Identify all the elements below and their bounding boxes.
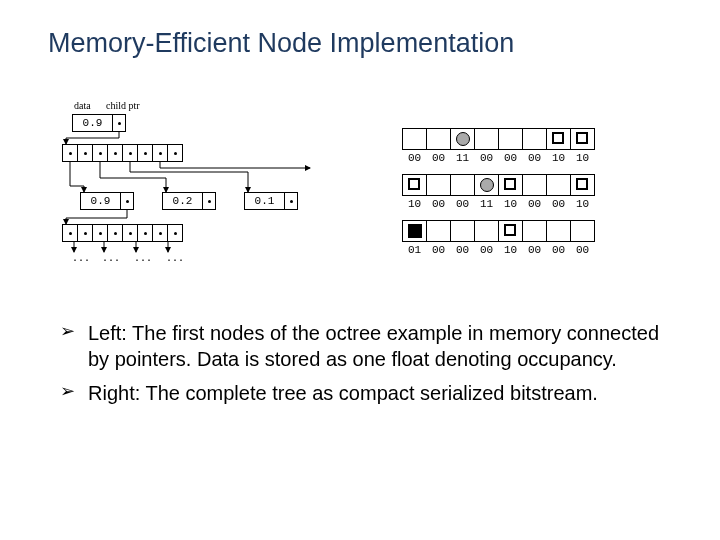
bitstream-bits: 00 bbox=[426, 198, 451, 210]
circle-gray-icon bbox=[456, 132, 470, 146]
bitstream-cell bbox=[570, 220, 595, 242]
bitstream-bits: 10 bbox=[570, 152, 595, 164]
bitstream-bits: 00 bbox=[474, 244, 499, 256]
slide-title: Memory-Efficient Node Implementation bbox=[48, 28, 514, 59]
square-outline-icon bbox=[504, 178, 516, 190]
bitstream-bits: 00 bbox=[570, 244, 595, 256]
ellipsis-4: ... bbox=[166, 252, 184, 263]
node2b-ptr bbox=[202, 192, 216, 210]
bitstream-cell bbox=[546, 220, 571, 242]
bitstream-cell bbox=[402, 220, 427, 242]
bitstream-cell bbox=[522, 220, 547, 242]
square-outline-icon bbox=[576, 132, 588, 144]
ellipsis-2: ... bbox=[102, 252, 120, 263]
bitstream-cell bbox=[498, 128, 523, 150]
node1-ptr bbox=[112, 114, 126, 132]
bitstream-bits: 00 bbox=[522, 152, 547, 164]
bullet-list: Left: The first nodes of the octree exam… bbox=[60, 320, 660, 414]
bitstream-cell bbox=[450, 174, 475, 196]
bitstream-cell bbox=[474, 220, 499, 242]
bitstream-bits: 00 bbox=[426, 244, 451, 256]
bitstream-bits: 00 bbox=[546, 244, 571, 256]
bitstream-bits: 10 bbox=[570, 198, 595, 210]
label-data: data bbox=[74, 100, 91, 111]
bitstream-bits: 10 bbox=[498, 244, 523, 256]
square-outline-icon bbox=[552, 132, 564, 144]
bitstream-cell bbox=[474, 174, 499, 196]
bitstream-cell bbox=[498, 174, 523, 196]
square-outline-icon bbox=[504, 224, 516, 236]
right-diagram: 0000110000001010100000111000001001000000… bbox=[402, 128, 652, 278]
bitstream-bits: 00 bbox=[522, 244, 547, 256]
bitstream-bits: 11 bbox=[450, 152, 475, 164]
circle-gray-icon bbox=[480, 178, 494, 192]
square-outline-icon bbox=[576, 178, 588, 190]
left-diagram: data child ptr 0.9 0.9 0.2 0.1 bbox=[62, 100, 362, 290]
bitstream-cell bbox=[570, 174, 595, 196]
bullet-1: Left: The first nodes of the octree exam… bbox=[60, 320, 660, 372]
bitstream-bits: 00 bbox=[450, 244, 475, 256]
bitstream-bits: 10 bbox=[498, 198, 523, 210]
bitstream-cell bbox=[426, 174, 451, 196]
bitstream-cell bbox=[522, 174, 547, 196]
bitstream-bits: 10 bbox=[402, 198, 427, 210]
ellipsis-3: ... bbox=[134, 252, 152, 263]
node2c-ptr bbox=[284, 192, 298, 210]
node2a-ptr bbox=[120, 192, 134, 210]
square-black-icon bbox=[408, 224, 422, 238]
bitstream-bits: 00 bbox=[498, 152, 523, 164]
bitstream-cell bbox=[402, 128, 427, 150]
bitstream-cell bbox=[570, 128, 595, 150]
ellipsis-1: ... bbox=[72, 252, 90, 263]
bitstream-bits: 01 bbox=[402, 244, 427, 256]
bitstream-cell bbox=[426, 220, 451, 242]
bitstream-cell bbox=[450, 220, 475, 242]
bitstream-cell bbox=[450, 128, 475, 150]
node2c-data: 0.1 bbox=[244, 192, 284, 210]
node2b-data: 0.2 bbox=[162, 192, 202, 210]
node2a-data: 0.9 bbox=[80, 192, 120, 210]
bitstream-cell bbox=[546, 128, 571, 150]
bitstream-bits: 00 bbox=[450, 198, 475, 210]
bitstream-cell bbox=[546, 174, 571, 196]
bitstream-cell bbox=[498, 220, 523, 242]
node1-data: 0.9 bbox=[72, 114, 112, 132]
bitstream-bits: 00 bbox=[474, 152, 499, 164]
label-childptr: child ptr bbox=[106, 100, 140, 111]
bullet-2: Right: The complete tree as compact seri… bbox=[60, 380, 660, 406]
bitstream-bits: 00 bbox=[522, 198, 547, 210]
bitstream-cell bbox=[426, 128, 451, 150]
bitstream-cell bbox=[474, 128, 499, 150]
bitstream-bits: 10 bbox=[546, 152, 571, 164]
bitstream-bits: 00 bbox=[402, 152, 427, 164]
bitstream-bits: 00 bbox=[426, 152, 451, 164]
diagram-area: data child ptr 0.9 0.9 0.2 0.1 bbox=[62, 100, 662, 290]
bitstream-cell bbox=[522, 128, 547, 150]
bitstream-cell bbox=[402, 174, 427, 196]
bitstream-bits: 11 bbox=[474, 198, 499, 210]
square-outline-icon bbox=[408, 178, 420, 190]
bitstream-bits: 00 bbox=[546, 198, 571, 210]
